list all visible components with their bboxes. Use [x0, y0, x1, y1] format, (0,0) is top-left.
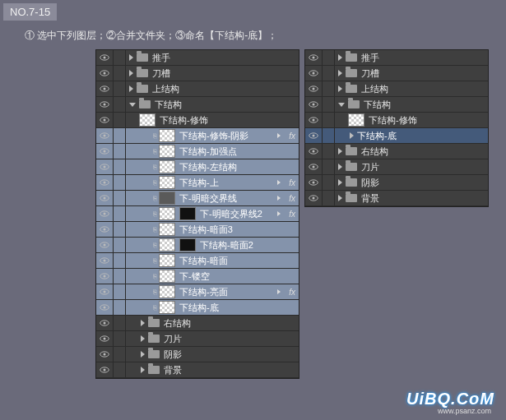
row-content[interactable]: ⎘下结构-左结构	[126, 159, 299, 174]
visibility-eye-icon[interactable]	[96, 144, 114, 159]
row-content[interactable]: 下结构-修饰	[335, 113, 488, 127]
layer-thumbnail[interactable]	[348, 113, 364, 127]
visibility-eye-icon[interactable]	[96, 206, 114, 221]
visibility-eye-icon[interactable]	[305, 97, 323, 112]
row-content[interactable]: ⎘下结构-加强点	[126, 144, 299, 159]
layer-row[interactable]: 推手	[96, 50, 299, 66]
layer-mask-thumbnail[interactable]	[179, 207, 196, 220]
layer-thumbnail[interactable]	[159, 254, 175, 267]
row-content[interactable]: 推手	[126, 50, 299, 65]
row-content[interactable]: 右结构	[126, 316, 299, 330]
disclosure-triangle-icon[interactable]	[338, 54, 342, 61]
visibility-eye-icon[interactable]	[305, 144, 323, 159]
layer-row[interactable]: ⎘下结构-亮面fx	[96, 284, 299, 300]
disclosure-triangle-icon[interactable]	[350, 132, 354, 139]
layer-row[interactable]: ⎘下结构-暗面	[96, 253, 299, 269]
layer-row[interactable]: ⎘下结构-底	[96, 300, 299, 316]
fx-expand-icon[interactable]	[277, 196, 281, 201]
row-content[interactable]: 刀片	[126, 331, 299, 346]
visibility-eye-icon[interactable]	[96, 81, 114, 96]
fx-badge[interactable]: fx	[289, 288, 295, 297]
row-content[interactable]: 下结构	[126, 97, 299, 112]
disclosure-triangle-icon[interactable]	[338, 164, 342, 170]
fx-expand-icon[interactable]	[277, 133, 281, 138]
visibility-eye-icon[interactable]	[96, 113, 114, 127]
layer-thumbnail[interactable]	[159, 270, 175, 283]
visibility-eye-icon[interactable]	[305, 159, 323, 174]
layer-row[interactable]: ⎘下-明暗交界线fx	[96, 191, 299, 206]
visibility-eye-icon[interactable]	[305, 113, 323, 127]
layers-panel-after[interactable]: 推手刀槽上结构下结构下结构-修饰下结构-底右结构刀片阴影背景	[304, 49, 489, 207]
visibility-eye-icon[interactable]	[96, 331, 114, 346]
disclosure-triangle-icon[interactable]	[129, 103, 136, 107]
layer-row[interactable]: 下结构-修饰	[305, 113, 488, 128]
visibility-eye-icon[interactable]	[96, 128, 114, 143]
row-content[interactable]: ⎘下结构-修饰-阴影	[126, 128, 299, 143]
fx-expand-icon[interactable]	[277, 289, 281, 294]
layer-row[interactable]: 下结构-修饰	[96, 113, 299, 128]
layer-row[interactable]: ⎘下结构-上fx	[96, 175, 299, 191]
disclosure-triangle-icon[interactable]	[141, 351, 145, 358]
layer-thumbnail[interactable]	[159, 207, 175, 220]
layer-row[interactable]: 阴影	[305, 175, 488, 191]
layer-row[interactable]: 背景	[96, 362, 299, 378]
disclosure-triangle-icon[interactable]	[141, 335, 145, 342]
visibility-eye-icon[interactable]	[96, 222, 114, 237]
row-content[interactable]: 背景	[335, 191, 488, 205]
disclosure-triangle-icon[interactable]	[129, 54, 133, 61]
visibility-eye-icon[interactable]	[96, 191, 114, 205]
row-content[interactable]: 右结构	[335, 144, 488, 159]
fx-badge[interactable]: fx	[289, 194, 295, 203]
layer-row[interactable]: ⎘下-镂空	[96, 269, 299, 284]
layer-row[interactable]: ⎘下结构-暗面2	[96, 238, 299, 253]
row-content[interactable]: 刀槽	[335, 66, 488, 81]
row-content[interactable]: ⎘下结构-底	[126, 300, 299, 315]
layer-thumbnail[interactable]	[159, 223, 175, 236]
visibility-eye-icon[interactable]	[96, 347, 114, 362]
layer-row[interactable]: 推手	[305, 50, 488, 66]
disclosure-triangle-icon[interactable]	[338, 179, 342, 186]
fx-badge[interactable]: fx	[289, 132, 295, 141]
layer-row[interactable]: ⎘下结构-加强点	[96, 144, 299, 159]
layer-row[interactable]: 阴影	[96, 347, 299, 362]
row-content[interactable]: ⎘下-明暗交界线	[126, 191, 299, 205]
fx-badge[interactable]: fx	[289, 210, 295, 219]
disclosure-triangle-icon[interactable]	[141, 320, 145, 326]
visibility-eye-icon[interactable]	[96, 316, 114, 330]
visibility-eye-icon[interactable]	[96, 300, 114, 315]
row-content[interactable]: 下结构	[335, 97, 488, 112]
row-content[interactable]: 阴影	[126, 347, 299, 362]
layer-thumbnail[interactable]	[159, 145, 175, 158]
disclosure-triangle-icon[interactable]	[338, 195, 342, 201]
visibility-eye-icon[interactable]	[305, 175, 323, 190]
row-content[interactable]: 背景	[126, 362, 299, 377]
row-content[interactable]: 刀槽	[126, 66, 299, 81]
visibility-eye-icon[interactable]	[305, 66, 323, 81]
layer-row[interactable]: 刀槽	[96, 66, 299, 81]
layer-row[interactable]: 右结构	[305, 144, 488, 159]
row-content[interactable]: 下结构-底	[335, 128, 488, 143]
layer-thumbnail[interactable]	[159, 285, 175, 298]
row-content[interactable]: ⎘下结构-暗面	[126, 253, 299, 268]
fx-badge[interactable]: fx	[289, 178, 295, 187]
layer-row[interactable]: 上结构	[96, 81, 299, 97]
layer-thumbnail[interactable]	[139, 113, 156, 127]
disclosure-triangle-icon[interactable]	[338, 85, 342, 92]
row-content[interactable]: ⎘下结构-暗面2	[126, 238, 299, 252]
layer-row[interactable]: 背景	[305, 191, 488, 206]
row-content[interactable]: 刀片	[335, 159, 488, 174]
layers-panel-before[interactable]: 推手刀槽上结构下结构下结构-修饰⎘下结构-修饰-阴影fx⎘下结构-加强点⎘下结构…	[95, 49, 299, 379]
layer-row[interactable]: 刀片	[96, 331, 299, 347]
layer-row[interactable]: 右结构	[96, 316, 299, 331]
layer-row[interactable]: 下结构	[96, 97, 299, 113]
row-content[interactable]: ⎘下-镂空	[126, 269, 299, 284]
visibility-eye-icon[interactable]	[96, 238, 114, 252]
layer-row[interactable]: 刀槽	[305, 66, 488, 81]
layer-row[interactable]: ⎘下-明暗交界线2fx	[96, 206, 299, 222]
row-content[interactable]: 上结构	[335, 81, 488, 96]
layer-thumbnail[interactable]	[159, 160, 175, 173]
row-content[interactable]: 下结构-修饰	[126, 113, 299, 127]
layer-mask-thumbnail[interactable]	[179, 238, 196, 252]
layer-row[interactable]: 下结构-底	[305, 128, 488, 144]
visibility-eye-icon[interactable]	[305, 81, 323, 96]
